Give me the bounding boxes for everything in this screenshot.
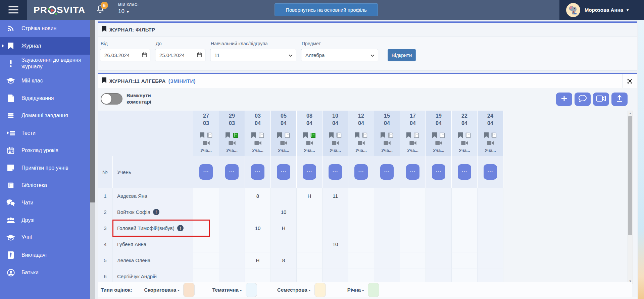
grade-cell[interactable]: Н bbox=[297, 188, 323, 204]
my-class-dropdown[interactable]: МІЙ КЛАС: 10▼ bbox=[118, 3, 139, 15]
participants-link[interactable]: Уча... bbox=[200, 148, 212, 153]
column-menu-button[interactable]: ... bbox=[199, 164, 213, 180]
sidebar-item-8[interactable]: Розклад уроків bbox=[0, 142, 90, 159]
participants-link[interactable]: Уча... bbox=[459, 148, 470, 153]
expand-fullscreen-button[interactable] bbox=[622, 74, 637, 88]
sidebar-item-14[interactable]: Викладачі bbox=[0, 246, 90, 264]
student-name-cell[interactable]: Губеня Анна bbox=[113, 236, 193, 252]
grade-cell[interactable] bbox=[426, 204, 452, 220]
student-name-cell[interactable]: Войтюк Софія! bbox=[113, 204, 193, 220]
grade-cell[interactable] bbox=[193, 252, 219, 268]
grade-cell[interactable] bbox=[245, 204, 271, 220]
grade-cell[interactable] bbox=[374, 188, 400, 204]
grade-cell[interactable]: 11 bbox=[323, 188, 348, 204]
grade-cell[interactable] bbox=[400, 236, 426, 252]
sidebar-item-10[interactable]: Бібліотека bbox=[0, 177, 90, 194]
date-column-header[interactable]: 0504 bbox=[271, 111, 297, 129]
participants-link[interactable]: Уча... bbox=[304, 148, 315, 153]
homework-book-icon[interactable] bbox=[206, 132, 213, 139]
hamburger-menu-button[interactable] bbox=[0, 0, 27, 20]
homework-book-icon[interactable] bbox=[413, 132, 419, 139]
sidebar-item-7[interactable]: Тести bbox=[0, 124, 90, 142]
date-column-header[interactable]: 1504 bbox=[374, 111, 400, 129]
column-menu-button[interactable]: ... bbox=[432, 164, 445, 180]
grade-cell[interactable]: Н bbox=[271, 220, 297, 236]
grade-cell[interactable] bbox=[400, 188, 426, 204]
bookmark-icon[interactable] bbox=[458, 132, 463, 139]
grade-cell[interactable] bbox=[478, 204, 503, 220]
video-camera-icon[interactable] bbox=[332, 140, 339, 147]
homework-book-icon[interactable] bbox=[465, 132, 471, 139]
grade-cell[interactable] bbox=[271, 188, 297, 204]
grade-cell[interactable] bbox=[452, 188, 478, 204]
grade-cell[interactable] bbox=[219, 188, 245, 204]
video-camera-icon[interactable] bbox=[435, 140, 443, 147]
grade-cell[interactable] bbox=[452, 252, 478, 268]
student-name-cell[interactable]: Лелека Олена bbox=[113, 252, 193, 268]
comment-button[interactable] bbox=[575, 93, 591, 106]
date-column-header[interactable]: 2703 bbox=[193, 111, 219, 129]
bookmark-icon[interactable] bbox=[277, 132, 282, 139]
grade-cell[interactable] bbox=[348, 220, 374, 236]
column-menu-button[interactable]: ... bbox=[484, 164, 497, 180]
upload-button[interactable] bbox=[611, 93, 628, 106]
journal-scrollbar-thumb[interactable] bbox=[628, 116, 632, 235]
grade-cell[interactable] bbox=[426, 220, 452, 236]
grade-cell[interactable] bbox=[374, 204, 400, 220]
grade-cell[interactable] bbox=[478, 252, 503, 268]
video-camera-icon[interactable] bbox=[409, 140, 417, 147]
sidebar-item-3[interactable]: Зауваження до ведення журналу bbox=[0, 55, 90, 72]
bookmark-icon[interactable] bbox=[381, 132, 385, 139]
column-menu-button[interactable]: ... bbox=[406, 164, 419, 180]
page-scrollbar-thumb[interactable] bbox=[90, 20, 95, 202]
participants-link[interactable]: Уча... bbox=[381, 148, 393, 153]
participants-link[interactable]: Уча... bbox=[355, 148, 367, 153]
column-menu-button[interactable]: ... bbox=[225, 164, 239, 180]
grade-cell[interactable] bbox=[219, 236, 245, 252]
disable-comments-toggle[interactable] bbox=[101, 93, 122, 105]
plus-button[interactable] bbox=[556, 93, 572, 106]
grade-cell[interactable] bbox=[297, 220, 323, 236]
grade-cell[interactable] bbox=[374, 236, 400, 252]
homework-book-icon[interactable] bbox=[439, 132, 445, 139]
grade-cell[interactable]: 10 bbox=[323, 236, 348, 252]
column-menu-button[interactable]: ... bbox=[458, 164, 471, 180]
grade-cell[interactable] bbox=[297, 236, 323, 252]
grade-cell[interactable] bbox=[271, 236, 297, 252]
sidebar-item-5[interactable]: Відвідування bbox=[0, 89, 90, 107]
video-camera-icon[interactable] bbox=[357, 140, 365, 147]
grade-cell[interactable] bbox=[219, 204, 245, 220]
grade-cell[interactable]: 10 bbox=[271, 204, 297, 220]
sidebar-item-12[interactable]: Друзі bbox=[0, 212, 90, 229]
sidebar-item-13[interactable]: Учні bbox=[0, 229, 90, 246]
homework-book-icon[interactable] bbox=[387, 132, 394, 139]
date-column-header[interactable]: 1704 bbox=[400, 111, 426, 129]
grade-cell[interactable] bbox=[452, 204, 478, 220]
filter-open-button[interactable]: Відкрити bbox=[388, 49, 416, 61]
sidebar-item-11[interactable]: Чати bbox=[0, 194, 90, 212]
grade-cell[interactable] bbox=[219, 252, 245, 268]
user-menu[interactable]: Морозова Анна ▼ bbox=[559, 0, 644, 20]
grade-cell[interactable] bbox=[348, 252, 374, 268]
grade-cell[interactable] bbox=[426, 188, 452, 204]
sidebar-item-15[interactable]: Батьки bbox=[0, 264, 90, 281]
video-camera-icon[interactable] bbox=[487, 140, 494, 147]
grade-cell[interactable] bbox=[323, 204, 348, 220]
homework-book-icon[interactable] bbox=[361, 132, 368, 139]
filter-to-date-input[interactable]: 25.04.2024 bbox=[155, 49, 205, 61]
sidebar-item-2[interactable]: Журнал bbox=[0, 37, 90, 55]
grade-cell[interactable] bbox=[478, 220, 503, 236]
grade-cell[interactable] bbox=[245, 236, 271, 252]
date-column-header[interactable]: 0304 bbox=[245, 111, 271, 129]
sidebar-item-9[interactable]: Примітки про учнів bbox=[0, 159, 90, 177]
sidebar-item-1[interactable]: Стрічка новин bbox=[0, 20, 90, 37]
video-camera-icon[interactable] bbox=[280, 140, 288, 147]
journal-scrollbar[interactable]: ▲ ▼ bbox=[628, 111, 633, 284]
column-menu-button[interactable]: ... bbox=[354, 164, 368, 180]
grade-cell[interactable] bbox=[452, 236, 478, 252]
grade-cell[interactable] bbox=[478, 188, 503, 204]
bookmark-icon[interactable] bbox=[484, 132, 489, 139]
grade-cell[interactable]: 8 bbox=[245, 188, 271, 204]
filter-class-select[interactable]: 11 bbox=[210, 49, 296, 61]
column-menu-button[interactable]: ... bbox=[380, 164, 394, 180]
